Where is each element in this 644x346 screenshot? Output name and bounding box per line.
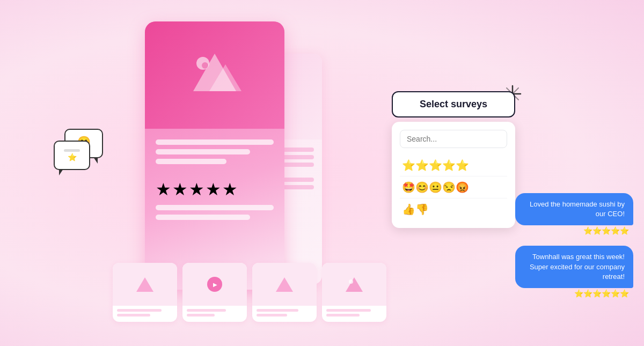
svg-marker-11	[346, 277, 363, 292]
chat-bubbles-right: Loved the homemade sushi by our CEO! ⭐⭐⭐…	[515, 193, 644, 298]
mini-mountain-icon-3	[274, 275, 295, 294]
svg-point-6	[202, 62, 208, 69]
card-line-2	[156, 149, 250, 154]
mini-line-4	[187, 314, 215, 316]
svg-point-10	[277, 278, 281, 283]
mini-card-2-image: ▶	[182, 263, 247, 306]
chat-bubble-front: ⭐	[54, 141, 90, 170]
card-image-area	[145, 21, 284, 129]
mini-mountain-icon-4	[343, 275, 365, 294]
chat-stars-2: ⭐⭐⭐⭐⭐⭐	[574, 289, 633, 298]
survey-row-thumbs[interactable]: 👍👎	[400, 198, 507, 220]
mini-line-1	[117, 309, 162, 312]
svg-point-12	[349, 279, 353, 284]
stars-icons: ⭐⭐⭐⭐⭐	[402, 159, 469, 172]
chat-message-1: Loved the homemade sushi by our CEO!	[515, 193, 633, 225]
mini-line-5	[257, 309, 298, 312]
mini-line-6	[257, 314, 287, 316]
mini-line-2	[117, 314, 150, 316]
mini-line-8	[326, 314, 360, 316]
chat-icon-decoration: 😊 ⭐	[54, 129, 107, 177]
search-dropdown: ⭐⭐⭐⭐⭐ 🤩😊😐😒😡 👍👎	[392, 122, 515, 228]
select-surveys-label[interactable]: Select surveys	[392, 91, 515, 117]
chat-stars-1: ⭐⭐⭐⭐⭐	[583, 226, 633, 235]
card-star-rating: ★★★★★	[145, 174, 284, 205]
mini-card-2-lines	[182, 306, 247, 322]
bottom-cards-row: ▶	[113, 263, 386, 322]
chat-message-2: Townhall was great this week! Super exci…	[515, 246, 633, 288]
mini-card-4	[322, 263, 386, 322]
main-card: ★★★★★	[145, 21, 284, 290]
survey-row-stars[interactable]: ⭐⭐⭐⭐⭐	[400, 154, 507, 176]
select-surveys-container: Select surveys ⭐⭐⭐⭐⭐ 🤩😊😐😒😡 👍👎	[392, 91, 515, 228]
card-line-1	[156, 139, 274, 145]
search-input[interactable]	[400, 130, 507, 148]
mini-card-3-lines	[252, 306, 317, 322]
mini-line-3	[187, 309, 226, 312]
star-icon-small: ⭐	[68, 153, 77, 161]
mini-card-1-lines	[113, 306, 177, 322]
card-line-5	[156, 215, 250, 220]
mini-mountain-icon-1	[134, 275, 156, 294]
mini-card-2: ▶	[182, 263, 247, 322]
mini-line-7	[326, 309, 371, 312]
mini-card-1-image	[113, 263, 177, 306]
mini-card-3-image	[252, 263, 317, 306]
thumbs-icons: 👍👎	[402, 203, 429, 216]
mini-card-3	[252, 263, 317, 322]
mountain-main-icon	[182, 48, 247, 102]
card-line-4	[156, 205, 274, 210]
mini-card-4-image	[322, 263, 386, 306]
card-more-lines	[145, 205, 284, 220]
faces-icons: 🤩😊😐😒😡	[402, 181, 469, 194]
card-text-lines	[145, 129, 284, 174]
play-icon: ▶	[207, 277, 222, 292]
svg-point-8	[137, 278, 142, 283]
card-line-3	[156, 159, 226, 164]
mini-card-4-lines	[322, 306, 386, 322]
mini-card-1	[113, 263, 177, 322]
survey-row-faces[interactable]: 🤩😊😐😒😡	[400, 176, 507, 198]
